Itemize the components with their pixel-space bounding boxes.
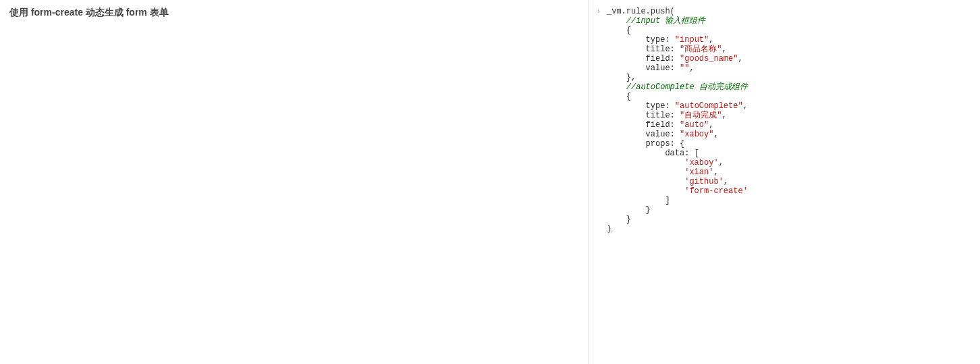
code-comment: //input 输入框组件	[626, 16, 706, 26]
code-text: ,	[709, 35, 713, 45]
console-code[interactable]: _vm.rule.push( //input 输入框组件 { type: "in…	[607, 7, 971, 234]
code-key: props: {	[646, 139, 685, 149]
code-text: ,	[722, 45, 726, 54]
code-string: ""	[680, 63, 689, 73]
code-text: ,	[722, 111, 726, 120]
code-text: },	[626, 73, 636, 82]
code-key: title:	[646, 111, 680, 120]
code-text: ]	[665, 196, 670, 205]
code-key: value:	[646, 63, 680, 73]
code-key: value:	[646, 130, 680, 139]
code-string: 'form-create'	[684, 186, 748, 196]
console-panel[interactable]: › _vm.rule.push( //input 输入框组件 { type: "…	[589, 0, 980, 364]
code-string: 'xian'	[684, 167, 713, 177]
code-string: "auto"	[680, 120, 709, 130]
code-key: title:	[646, 45, 680, 54]
code-key: data: [	[665, 149, 699, 158]
code-text: ,	[713, 130, 718, 139]
code-string: "goods_name"	[680, 54, 738, 63]
code-text: ,	[738, 54, 742, 63]
code-string: 'xaboy'	[684, 158, 718, 167]
left-panel: 使用 form-create 动态生成 form 表单	[0, 0, 589, 364]
code-text: {	[626, 26, 631, 35]
code-text: ,	[709, 120, 713, 130]
code-key: field:	[646, 54, 680, 63]
code-text: }	[646, 205, 651, 215]
code-string: "自动完成"	[680, 111, 722, 120]
code-text: ,	[713, 167, 718, 177]
code-text: }	[626, 215, 631, 224]
console-input-marker: ›	[595, 7, 603, 16]
code-text: {	[626, 92, 631, 101]
code-string: "input"	[675, 35, 709, 45]
code-string: "autoComplete"	[675, 101, 743, 111]
code-key: type:	[646, 101, 675, 111]
code-string: 'github'	[684, 177, 724, 186]
page-title: 使用 form-create 动态生成 form 表单	[9, 7, 579, 19]
code-text: ,	[689, 63, 694, 73]
code-closing-paren: )	[607, 224, 611, 234]
code-string: "xaboy"	[680, 130, 713, 139]
code-string: "商品名称"	[680, 45, 722, 54]
code-text: ,	[719, 158, 724, 167]
code-comment: //autoComplete 自动完成组件	[626, 82, 748, 92]
code-text: ,	[743, 101, 748, 111]
code-key: type:	[646, 35, 675, 45]
code-text: _vm.rule.push(	[607, 7, 675, 16]
code-key: field:	[646, 120, 680, 130]
code-text: ,	[724, 177, 728, 186]
